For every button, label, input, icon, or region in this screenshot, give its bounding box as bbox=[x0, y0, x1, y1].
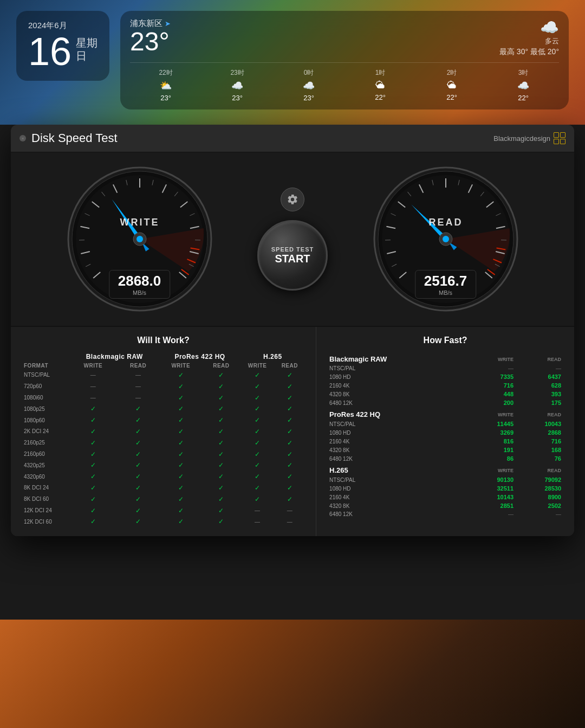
hf-write-value: 816 bbox=[468, 437, 516, 446]
hf-read-label: READ bbox=[516, 463, 563, 475]
hf-read-value: 628 bbox=[516, 381, 563, 390]
date-day: 16 bbox=[28, 32, 72, 71]
hf-write-value: 10143 bbox=[468, 493, 516, 501]
will-it-work-table: Blackmagic RAW ProRes 422 HQ H.265 FORMA… bbox=[22, 352, 305, 527]
wiw-cell: ✓ bbox=[275, 437, 306, 449]
hf-read-value: 6437 bbox=[516, 372, 563, 381]
start-button-line1: SPEED TEST bbox=[271, 246, 314, 253]
hf-write-label: WRITE bbox=[468, 352, 516, 364]
hf-codec-row: H.265WRITEREAD bbox=[327, 463, 563, 475]
settings-button[interactable] bbox=[281, 188, 304, 211]
hf-read-value: 2502 bbox=[516, 501, 563, 510]
wiw-cell: ✓ bbox=[69, 403, 117, 415]
hf-table-row: NTSC/PAL9013079092 bbox=[327, 475, 563, 484]
hf-format-name: 4320 8K bbox=[327, 390, 468, 398]
dash-mark: — bbox=[255, 507, 260, 513]
wiw-cell: ✓ bbox=[69, 426, 117, 437]
wiw-cell: ✓ bbox=[202, 403, 240, 415]
wiw-cell: ✓ bbox=[240, 437, 275, 449]
wiw-cell: ✓ bbox=[117, 460, 160, 471]
hf-format-name: 2160 4K bbox=[327, 493, 468, 501]
dash-mark: — bbox=[135, 383, 141, 389]
check-mark-icon: ✓ bbox=[178, 428, 184, 435]
forecast-item: 22时 ⛅ 23° bbox=[130, 68, 202, 102]
hf-read-value: 716 bbox=[516, 437, 563, 446]
wiw-cell: — bbox=[275, 516, 306, 527]
wiw-cell: ✓ bbox=[202, 460, 240, 471]
check-mark-icon: ✓ bbox=[218, 383, 224, 390]
svg-text:READ: READ bbox=[428, 217, 463, 228]
wiw-cell: ✓ bbox=[117, 426, 160, 437]
hf-write-value: 11445 bbox=[468, 420, 516, 428]
hf-format-name: 1080 HD bbox=[327, 428, 468, 437]
check-mark-icon: ✓ bbox=[255, 450, 260, 458]
wiw-cell: ✓ bbox=[160, 505, 203, 517]
check-mark-icon: ✓ bbox=[287, 439, 292, 447]
read-value: 2516.7 bbox=[424, 273, 467, 289]
check-mark-icon: ✓ bbox=[135, 450, 141, 458]
wiw-cell: ✓ bbox=[117, 505, 160, 517]
wiw-format-name: 4320p25 bbox=[22, 460, 69, 471]
codec-header-bmraw: Blackmagic RAW bbox=[69, 352, 160, 362]
hf-table-row: 2160 4K716628 bbox=[327, 381, 563, 390]
hf-write-value: 716 bbox=[468, 381, 516, 390]
check-mark-icon: ✓ bbox=[178, 383, 184, 390]
brand-logo: Blackmagicdesign bbox=[493, 132, 566, 144]
wiw-cell: ✓ bbox=[69, 516, 117, 527]
write-gauge-container: WRITE 2868.0 MB/s bbox=[27, 163, 252, 315]
wiw-cell: ✓ bbox=[160, 426, 203, 437]
wiw-format-name: 720p60 bbox=[22, 381, 69, 392]
check-mark-icon: ✓ bbox=[135, 428, 141, 435]
check-mark-icon: ✓ bbox=[135, 518, 141, 525]
dash-mark: — bbox=[255, 519, 260, 525]
check-mark-icon: ✓ bbox=[135, 473, 141, 480]
wiw-cell: ✓ bbox=[160, 471, 203, 482]
wiw-table-row: 2K DCI 24✓✓✓✓✓✓ bbox=[22, 426, 305, 437]
wiw-cell: ✓ bbox=[275, 403, 306, 415]
hf-write-value: 90130 bbox=[468, 475, 516, 484]
hf-format-name: 6480 12K bbox=[327, 398, 468, 407]
check-mark-icon: ✓ bbox=[90, 450, 96, 458]
check-mark-icon: ✓ bbox=[178, 495, 184, 503]
hf-read-value: — bbox=[516, 364, 563, 372]
wiw-cell: ✓ bbox=[160, 403, 203, 415]
prores-write-header: WRITE bbox=[160, 362, 203, 370]
prores-read-header: READ bbox=[202, 362, 240, 370]
wiw-table-row: 4320p60✓✓✓✓✓✓ bbox=[22, 471, 305, 482]
hf-format-name: 4320 8K bbox=[327, 501, 468, 510]
hf-read-value: 2868 bbox=[516, 428, 563, 437]
check-mark-icon: ✓ bbox=[287, 450, 292, 458]
close-button[interactable]: × bbox=[20, 135, 26, 141]
check-mark-icon: ✓ bbox=[287, 383, 292, 390]
hf-write-value: 7335 bbox=[468, 372, 516, 381]
check-mark-icon: ✓ bbox=[255, 495, 260, 503]
hf-table-row: 6480 12K—— bbox=[327, 510, 563, 518]
bmraw-read-header: READ bbox=[117, 362, 160, 370]
wiw-cell: ✓ bbox=[117, 415, 160, 426]
hf-codec-row: Blackmagic RAWWRITEREAD bbox=[327, 352, 563, 364]
start-button[interactable]: SPEED TEST START bbox=[257, 220, 328, 291]
wiw-cell: ✓ bbox=[160, 516, 203, 527]
wiw-cell: — bbox=[240, 516, 275, 527]
wiw-cell: ✓ bbox=[160, 449, 203, 460]
hf-write-value: — bbox=[468, 510, 516, 518]
wiw-cell: ✓ bbox=[275, 426, 306, 437]
wiw-format-name: 8K DCI 60 bbox=[22, 494, 69, 505]
hf-read-value: 28530 bbox=[516, 484, 563, 493]
hf-read-value: 175 bbox=[516, 398, 563, 407]
check-mark-icon: ✓ bbox=[255, 428, 260, 435]
hf-read-label: READ bbox=[516, 407, 563, 420]
wiw-cell: — bbox=[117, 381, 160, 392]
wiw-cell: ✓ bbox=[240, 460, 275, 471]
wiw-cell: — bbox=[240, 505, 275, 517]
hf-format-name: NTSC/PAL bbox=[327, 420, 468, 428]
wiw-table-row: 8K DCI 24✓✓✓✓✓✓ bbox=[22, 482, 305, 494]
hf-format-name: 6480 12K bbox=[327, 510, 468, 518]
wiw-cell: ✓ bbox=[240, 482, 275, 494]
wiw-cell: ✓ bbox=[117, 449, 160, 460]
wiw-cell: ✓ bbox=[202, 426, 240, 437]
date-weekday: 星期日 bbox=[76, 36, 98, 62]
wiw-cell: ✓ bbox=[240, 381, 275, 392]
hf-format-name: 2160 4K bbox=[327, 437, 468, 446]
check-mark-icon: ✓ bbox=[287, 394, 292, 402]
